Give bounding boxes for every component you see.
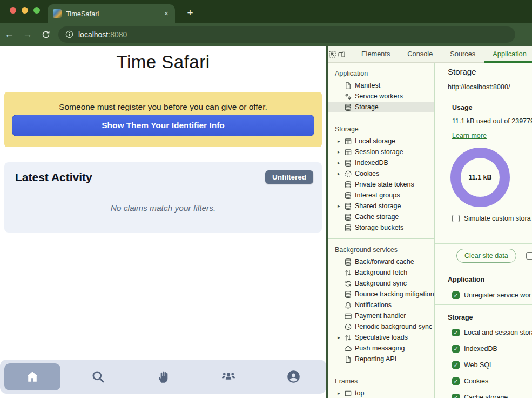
- indexeddb-checkbox[interactable]: ✓: [452, 345, 460, 353]
- arrows-up-down-icon: [344, 269, 355, 277]
- device-toolbar-icon[interactable]: [337, 50, 346, 59]
- nav-item-people[interactable]: [196, 360, 261, 394]
- cache-storage-checkbox[interactable]: ✓: [452, 394, 460, 398]
- table-icon: [344, 137, 355, 145]
- simulate-custom-storage-checkbox[interactable]: [452, 215, 460, 222]
- gears-icon: [344, 92, 355, 101]
- learn-more-link[interactable]: Learn more: [452, 132, 487, 140]
- tree-item-notifications[interactable]: Notifications: [328, 300, 434, 310]
- tree-item-bounce-tracking-mitigation[interactable]: Bounce tracking mitigation: [328, 289, 434, 300]
- search-icon: [91, 369, 105, 384]
- checkbox-row-cache-storage: ✓Cache storage: [452, 392, 508, 398]
- database-icon: [344, 290, 355, 298]
- file-icon: [344, 355, 355, 363]
- tree-item-cookies[interactable]: ▸Cookies: [328, 168, 434, 179]
- tree-item-shared-storage[interactable]: ▸Shared storage: [328, 201, 434, 211]
- tree-item-back-forward-cache[interactable]: Back/forward cache: [328, 256, 434, 267]
- tree-section-background-services: Background servicesBack/forward cacheBac…: [328, 239, 434, 370]
- divider: [435, 304, 532, 305]
- devtools-tab-console[interactable]: Console: [399, 46, 441, 63]
- tree-item-label: Shared storage: [355, 202, 401, 210]
- tree-item-storage-buckets[interactable]: Storage buckets: [328, 222, 434, 233]
- tree-item-background-sync[interactable]: Background sync: [328, 278, 434, 289]
- tree-item-periodic-background-sync[interactable]: Periodic background sync: [328, 321, 434, 332]
- local-and-session-stora-checkbox[interactable]: ✓: [452, 329, 460, 336]
- tree-item-push-messaging[interactable]: Push messaging: [328, 343, 434, 354]
- tree-item-storage[interactable]: Storage: [328, 102, 434, 112]
- devtools-toolbar: ElementsConsoleSourcesApplication »: [328, 46, 532, 63]
- close-window-button[interactable]: [10, 7, 16, 14]
- site-info-icon[interactable]: [65, 30, 74, 39]
- tree-section-storage: Storage▸Local storage▸Session storage▸In…: [328, 118, 434, 239]
- nav-item-home[interactable]: [0, 360, 65, 394]
- minimize-window-button[interactable]: [22, 7, 28, 14]
- divider: [435, 96, 532, 96]
- nav-item-hand[interactable]: [131, 360, 196, 394]
- checkbox-row-indexeddb: ✓IndexedDB: [452, 343, 497, 355]
- tree-item-label: Push messaging: [355, 344, 405, 352]
- browser-titlebar: TimeSafari × +: [0, 0, 532, 23]
- simulate-custom-storage-row: Simulate custom stora: [452, 213, 531, 224]
- tree-item-label: Periodic background sync: [355, 323, 432, 330]
- expand-arrow-icon[interactable]: ▸: [338, 171, 344, 176]
- tree-item-top[interactable]: ▸top: [328, 388, 434, 398]
- hand-icon: [156, 370, 170, 384]
- tree-item-interest-groups[interactable]: Interest groups: [328, 190, 434, 201]
- show-identifier-button[interactable]: Show Them Your Identifier Info: [12, 115, 314, 136]
- devtools-tab-elements[interactable]: Elements: [353, 46, 399, 63]
- expand-arrow-icon[interactable]: ▸: [338, 335, 344, 340]
- reload-icon[interactable]: [37, 30, 55, 39]
- tree-section-application: ApplicationManifestService workersStorag…: [328, 63, 434, 118]
- expand-arrow-icon[interactable]: ▸: [338, 138, 344, 144]
- tree-item-label: Speculative loads: [355, 334, 408, 341]
- tree-item-session-storage[interactable]: ▸Session storage: [328, 147, 434, 157]
- tree-item-manifest[interactable]: Manifest: [328, 80, 434, 91]
- web-sql-checkbox[interactable]: ✓: [452, 361, 460, 369]
- include-checkbox[interactable]: [526, 252, 532, 260]
- tree-item-label: IndexedDB: [355, 159, 388, 167]
- tree-item-service-workers[interactable]: Service workers: [328, 91, 434, 102]
- expand-arrow-icon[interactable]: ▸: [338, 203, 344, 209]
- sync-icon: [344, 280, 355, 288]
- expand-arrow-icon[interactable]: ▸: [338, 390, 344, 396]
- back-icon[interactable]: ←: [0, 29, 18, 40]
- expand-arrow-icon[interactable]: ▸: [338, 160, 344, 165]
- nav-item-search[interactable]: [65, 360, 131, 394]
- tree-item-reporting-api[interactable]: Reporting API: [328, 354, 434, 364]
- tree-item-indexeddb[interactable]: ▸IndexedDB: [328, 157, 434, 168]
- zoom-window-button[interactable]: [33, 7, 40, 14]
- bell-icon: [344, 301, 355, 309]
- tree-item-label: Notifications: [355, 301, 392, 309]
- browser-tab[interactable]: TimeSafari ×: [48, 4, 175, 23]
- tree-item-local-storage[interactable]: ▸Local storage: [328, 136, 434, 147]
- page-title: Time Safari: [0, 52, 326, 72]
- tree-item-label: Back/forward cache: [355, 258, 414, 266]
- unregister-service-wor-checkbox[interactable]: ✓: [452, 291, 460, 299]
- cookies-checkbox[interactable]: ✓: [452, 377, 460, 385]
- tab-close-icon[interactable]: ×: [163, 9, 170, 18]
- devtools-tab-sources[interactable]: Sources: [441, 46, 484, 63]
- new-tab-button[interactable]: +: [183, 5, 198, 21]
- tree-item-label: Service workers: [355, 92, 403, 100]
- panel-title: Storage: [448, 67, 476, 76]
- tree-item-speculative-loads[interactable]: ▸Speculative loads: [328, 332, 434, 343]
- devtools-tab-application[interactable]: Application: [484, 46, 532, 63]
- latest-activity-card: Latest Activity Unfiltered No claims mat…: [4, 162, 322, 233]
- tree-item-cache-storage[interactable]: Cache storage: [328, 211, 434, 222]
- inspect-element-icon[interactable]: [328, 50, 337, 59]
- tree-item-label: Bounce tracking mitigation: [355, 290, 434, 298]
- tree-item-background-fetch[interactable]: Background fetch: [328, 267, 434, 278]
- forward-icon: →: [18, 29, 37, 40]
- address-bar[interactable]: localhost:8080: [58, 26, 515, 43]
- expand-arrow-icon[interactable]: ▸: [338, 149, 344, 155]
- filter-badge[interactable]: Unfiltered: [265, 170, 313, 184]
- nav-item-profile[interactable]: [261, 360, 326, 394]
- screen: TimeSafari × + ← → localhost:8080 Time S…: [0, 0, 532, 398]
- tree-item-payment-handler[interactable]: Payment handler: [328, 310, 434, 321]
- tree-section-header: Storage: [328, 123, 434, 136]
- storage-detail-panel: Storage http://localhost:8080/ Usage 11.…: [435, 63, 532, 398]
- tree-section-frames: Frames▸top: [328, 370, 434, 398]
- tree-item-private-state-tokens[interactable]: Private state tokens: [328, 179, 434, 190]
- tab-title: TimeSafari: [66, 10, 163, 18]
- clear-site-data-button[interactable]: Clear site data: [456, 249, 516, 263]
